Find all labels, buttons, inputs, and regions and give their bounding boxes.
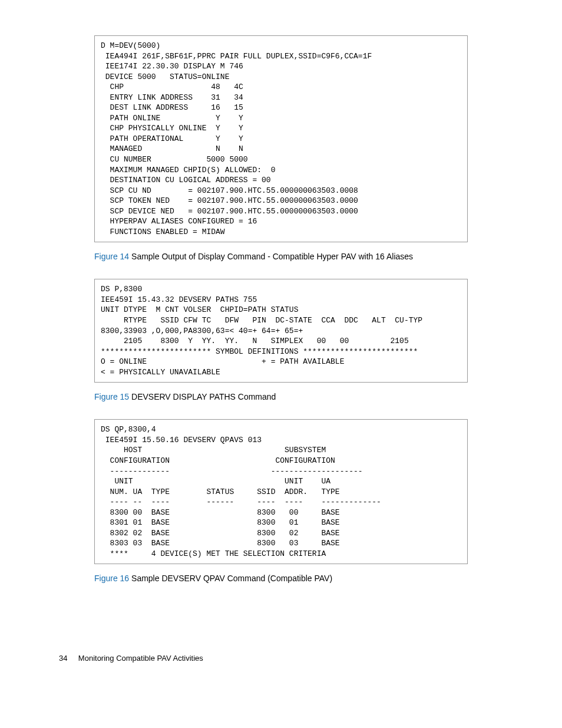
figure14-caption: Figure 14 Sample Output of Display Comma… xyxy=(94,252,503,261)
footer-title: Monitoring Compatible PAV Activities xyxy=(78,654,203,663)
code-text: DS QP,8300,4 IEE459I 15.50.16 DEVSERV QP… xyxy=(101,425,381,558)
page-number: 34 xyxy=(59,654,72,663)
figure-number: Figure 14 xyxy=(94,252,129,261)
code-block-2: DS P,8300 IEE459I 15.43.32 DEVSERV PATHS… xyxy=(94,279,468,383)
figure-text: Sample DEVSERV QPAV Command (Compatible … xyxy=(129,574,332,583)
code-text: D M=DEV(5000) IEA494I 261F,SBF61F,PPRC P… xyxy=(101,41,372,236)
figure-number: Figure 15 xyxy=(94,392,129,401)
figure-text: Sample Output of Display Command - Compa… xyxy=(129,252,413,261)
code-block-1: D M=DEV(5000) IEA494I 261F,SBF61F,PPRC P… xyxy=(94,35,468,242)
figure15-caption: Figure 15 DEVSERV DISPLAY PATHS Command xyxy=(94,392,503,401)
figure-text: DEVSERV DISPLAY PATHS Command xyxy=(129,392,276,401)
figure-number: Figure 16 xyxy=(94,574,129,583)
code-block-3: DS QP,8300,4 IEE459I 15.50.16 DEVSERV QP… xyxy=(94,419,468,564)
figure16-caption: Figure 16 Sample DEVSERV QPAV Command (C… xyxy=(94,574,503,583)
code-text: DS P,8300 IEE459I 15.43.32 DEVSERV PATHS… xyxy=(101,285,422,376)
page-footer: 34 Monitoring Compatible PAV Activities xyxy=(59,654,503,663)
